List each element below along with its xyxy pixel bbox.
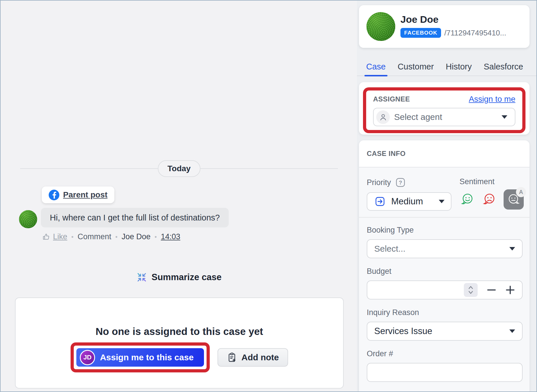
budget-input[interactable] xyxy=(367,280,523,299)
customer-profile-card: Joe Doe FACEBOOK /7112947495410... xyxy=(359,5,530,48)
assignee-card: ASSIGNEE Assign to me Select agent xyxy=(359,82,530,135)
summarize-case-label: Summarize case xyxy=(152,272,222,282)
panel-tabs: Case Customer History Salesforce xyxy=(357,58,537,76)
separator-dot: • xyxy=(115,233,118,241)
priority-sentiment-row: Priority ? Medium xyxy=(359,167,530,217)
date-divider: Today xyxy=(20,160,338,177)
help-icon[interactable]: ? xyxy=(395,177,406,188)
agent-avatar: JD xyxy=(80,350,95,365)
empty-state-actions: JD Assign me to this case Add note xyxy=(16,342,343,372)
customer-handle: /7112947495410... xyxy=(444,29,506,37)
budget-label: Budget xyxy=(367,267,392,276)
sentiment-negative-button[interactable] xyxy=(482,193,496,206)
tab-salesforce[interactable]: Salesforce xyxy=(483,62,524,71)
assign-me-button[interactable]: JD Assign me to this case xyxy=(76,348,204,367)
empty-state-title: No one is assigned to this case yet xyxy=(16,326,343,337)
separator-dot: • xyxy=(71,233,74,241)
chevron-down-icon xyxy=(509,329,515,333)
order-number-label: Order # xyxy=(367,349,393,358)
like-button[interactable]: Like xyxy=(42,232,67,241)
happy-face-icon xyxy=(460,193,474,206)
summarize-case-button[interactable]: Summarize case xyxy=(20,272,338,282)
message-author: Joe Doe xyxy=(122,232,151,241)
profile-avatar xyxy=(366,12,395,41)
person-icon xyxy=(379,113,387,121)
plus-icon xyxy=(505,285,515,295)
customer-avatar xyxy=(19,210,37,228)
separator-dot: • xyxy=(155,233,157,241)
priority-value: Medium xyxy=(391,196,439,207)
assignment-empty-state: No one is assigned to this case yet JD A… xyxy=(15,297,344,389)
agent-placeholder-avatar xyxy=(376,110,390,124)
tab-case[interactable]: Case xyxy=(366,62,386,71)
active-tab-underline xyxy=(364,75,387,76)
assign-me-label: Assign me to this case xyxy=(100,353,194,362)
conversation-pane: Today Parent post Hi, where can I get th… xyxy=(1,1,357,391)
budget-field: Budget xyxy=(367,267,523,299)
order-number-input[interactable] xyxy=(374,363,515,381)
booking-type-field: Booking Type Select... xyxy=(367,226,523,258)
ai-summarize-icon xyxy=(137,272,147,282)
facebook-channel-badge: FACEBOOK xyxy=(400,28,441,38)
message-text: Hi, where can I get the full list of des… xyxy=(50,213,220,223)
date-pill: Today xyxy=(158,160,200,177)
booking-type-placeholder: Select... xyxy=(374,244,509,254)
chevron-down-icon xyxy=(502,115,507,119)
order-number-input-box xyxy=(367,363,523,382)
highlight-ring-assign-button: JD Assign me to this case xyxy=(71,342,210,372)
note-plus-icon xyxy=(227,352,237,363)
case-info-card: CASE INFO Priority ? xyxy=(359,140,530,391)
date-pill-label: Today xyxy=(167,164,190,173)
tab-customer[interactable]: Customer xyxy=(397,62,434,71)
sentiment-neutral-auto-button[interactable]: A xyxy=(504,189,524,210)
budget-increment-button[interactable] xyxy=(505,285,515,295)
chevron-down-icon xyxy=(439,200,445,203)
app-window: Today Parent post Hi, where can I get th… xyxy=(0,0,537,392)
minus-icon xyxy=(487,285,496,295)
booking-type-label: Booking Type xyxy=(367,226,414,234)
priority-dropdown[interactable]: Medium xyxy=(367,192,451,211)
inquiry-reason-dropdown[interactable]: Services Issue xyxy=(367,322,523,341)
order-number-field: Order # xyxy=(367,349,523,382)
customer-meta: FACEBOOK /7112947495410... xyxy=(400,28,506,38)
inquiry-reason-field: Inquiry Reason Services Issue xyxy=(367,308,523,341)
case-info-section-label: CASE INFO xyxy=(367,150,406,158)
chevron-down-icon xyxy=(509,247,515,250)
inquiry-reason-value: Services Issue xyxy=(374,326,509,336)
tab-history[interactable]: History xyxy=(445,62,472,71)
case-details-panel: Joe Doe FACEBOOK /7112947495410... Case … xyxy=(357,1,537,391)
priority-medium-icon xyxy=(374,195,386,208)
comment-button[interactable]: Comment xyxy=(77,232,111,241)
parent-post-label: Parent post xyxy=(63,190,107,199)
auto-sentiment-badge: A xyxy=(516,187,526,197)
add-note-button[interactable]: Add note xyxy=(218,348,288,367)
stepper-chevrons-icon xyxy=(467,285,474,295)
thumbs-up-icon xyxy=(42,233,50,241)
highlight-ring-assignee: ASSIGNEE Assign to me Select agent xyxy=(363,87,525,133)
assignee-section-label: ASSIGNEE xyxy=(373,95,410,103)
facebook-icon xyxy=(49,190,59,200)
inquiry-reason-label: Inquiry Reason xyxy=(367,308,419,317)
add-note-label: Add note xyxy=(241,353,279,362)
budget-stepper[interactable] xyxy=(464,283,478,297)
priority-label: Priority xyxy=(367,178,391,187)
case-fields: Booking Type Select... Budget xyxy=(359,218,530,382)
booking-type-dropdown[interactable]: Select... xyxy=(367,239,523,258)
message-timestamp[interactable]: 14:03 xyxy=(161,232,180,241)
customer-name: Joe Doe xyxy=(400,14,438,25)
parent-post-button[interactable]: Parent post xyxy=(42,186,114,203)
sentiment-label: Sentiment xyxy=(460,177,495,186)
select-agent-dropdown[interactable]: Select agent xyxy=(373,108,515,126)
sad-face-icon xyxy=(482,193,496,206)
svg-text:?: ? xyxy=(399,180,402,186)
assign-to-me-link[interactable]: Assign to me xyxy=(469,95,515,104)
message-actions: Like • Comment • Joe Doe • 14:03 xyxy=(42,232,180,241)
select-agent-placeholder: Select agent xyxy=(394,112,502,122)
tab-case-label: Case xyxy=(366,62,386,71)
budget-decrement-button[interactable] xyxy=(487,285,496,295)
sentiment-positive-button[interactable] xyxy=(460,193,474,206)
like-label: Like xyxy=(53,232,67,241)
message-bubble: Hi, where can I get the full list of des… xyxy=(41,208,229,227)
